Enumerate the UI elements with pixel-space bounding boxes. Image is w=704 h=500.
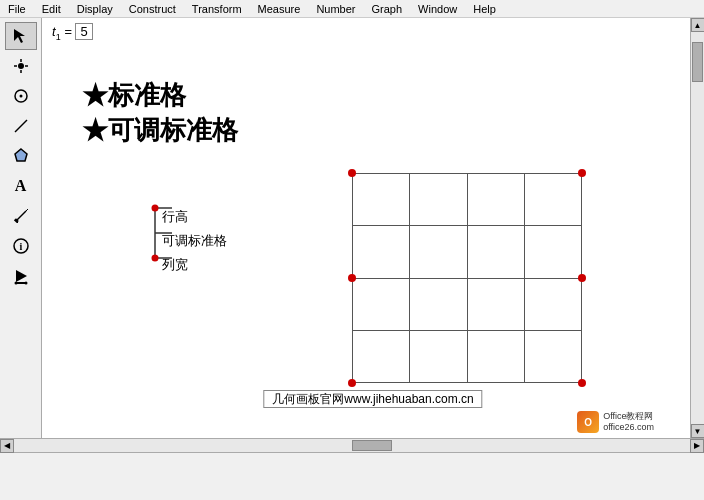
table-cell [410, 330, 467, 382]
scroll-track-vertical [691, 32, 704, 424]
pencil-icon [12, 207, 30, 225]
grid-table [352, 173, 582, 383]
line-tool[interactable] [5, 112, 37, 140]
info-icon: i [12, 237, 30, 255]
scroll-right-button[interactable]: ▶ [690, 439, 704, 453]
line-icon [12, 117, 30, 135]
label-hangao: 行高 [142, 208, 227, 226]
scroll-thumb-vertical[interactable] [692, 42, 703, 82]
scroll-thumb-horizontal[interactable] [352, 440, 392, 451]
table-row [353, 174, 582, 226]
expression-value: 5 [75, 23, 92, 40]
menu-file[interactable]: File [0, 2, 34, 16]
star-label-2: ★可调标准格 [82, 113, 238, 148]
menu-number[interactable]: Number [308, 2, 363, 16]
bottom-website-label: 几何画板官网www.jihehuaban.com.cn [263, 390, 482, 408]
table-row [353, 278, 582, 330]
point-tool[interactable] [5, 52, 37, 80]
svg-line-8 [15, 120, 27, 132]
liekuan-text: 列宽 [162, 256, 188, 274]
menu-transform[interactable]: Transform [184, 2, 250, 16]
grid-dot-mr [578, 274, 586, 282]
right-scrollbar[interactable]: ▲ ▼ [690, 18, 704, 438]
bottom-scrollbar[interactable]: ◀ ▶ [0, 438, 704, 452]
canvas-area[interactable]: t1 = 5 ★标准格 ★可调标准格 行高 可调标准格 [42, 18, 704, 438]
grid-dot-ml [348, 274, 356, 282]
label-ketiao: 可调标准格 [142, 232, 227, 250]
svg-point-7 [19, 95, 22, 98]
expression-var: t1 [52, 24, 61, 39]
office-text: Office教程网 office26.com [603, 411, 654, 434]
table-cell [353, 278, 410, 330]
table-cell [410, 174, 467, 226]
table-cell [353, 174, 410, 226]
table-cell [353, 226, 410, 278]
table-cell [467, 330, 524, 382]
info-tool[interactable]: i [5, 232, 37, 260]
toolbar: A i [0, 18, 42, 438]
table-cell [467, 278, 524, 330]
label-group: 行高 可调标准格 列宽 [142, 208, 227, 280]
menu-graph[interactable]: Graph [364, 2, 411, 16]
menu-construct[interactable]: Construct [121, 2, 184, 16]
grid-dot-tr [578, 169, 586, 177]
grid-dot-br [578, 379, 586, 387]
menu-help[interactable]: Help [465, 2, 504, 16]
office-label: Office教程网 [603, 411, 654, 423]
svg-text:i: i [19, 241, 22, 252]
office-logo-icon: O [577, 411, 599, 433]
table-row [353, 226, 582, 278]
polygon-tool[interactable] [5, 142, 37, 170]
select-tool[interactable] [5, 22, 37, 50]
animate-icon [12, 267, 30, 285]
table-cell [353, 330, 410, 382]
svg-point-18 [14, 282, 17, 285]
table-cell [524, 278, 581, 330]
scroll-track-horizontal [14, 439, 690, 452]
menu-edit[interactable]: Edit [34, 2, 69, 16]
star-label-1: ★标准格 [82, 78, 186, 113]
svg-line-10 [16, 211, 26, 221]
table-cell [524, 174, 581, 226]
compass-tool[interactable] [5, 82, 37, 110]
scroll-down-button[interactable]: ▼ [691, 424, 705, 438]
office-site: office26.com [603, 422, 654, 434]
grid-dot-tl [348, 169, 356, 177]
select-icon [12, 27, 30, 45]
scroll-up-button[interactable]: ▲ [691, 18, 705, 32]
svg-marker-0 [14, 29, 25, 43]
pencil-tool[interactable] [5, 202, 37, 230]
compass-icon [12, 87, 30, 105]
table-cell [467, 174, 524, 226]
table-cell [524, 226, 581, 278]
menu-display[interactable]: Display [69, 2, 121, 16]
scroll-left-button[interactable]: ◀ [0, 439, 14, 453]
bottom-label-container: 几何画板官网www.jihehuaban.com.cn [263, 389, 482, 408]
table-cell [410, 226, 467, 278]
table-row [353, 330, 582, 382]
animate-tool[interactable] [5, 262, 37, 290]
text-icon: A [15, 177, 27, 195]
menu-bar: File Edit Display Construct Transform Me… [0, 0, 704, 18]
table-cell [467, 226, 524, 278]
main-area: A i [0, 18, 704, 438]
hangao-text: 行高 [162, 208, 188, 226]
svg-line-12 [26, 209, 28, 211]
svg-point-19 [24, 282, 27, 285]
menu-measure[interactable]: Measure [250, 2, 309, 16]
status-bar [0, 452, 704, 468]
expression-display: t1 = 5 [52, 24, 93, 42]
svg-point-1 [18, 63, 24, 69]
svg-marker-9 [15, 149, 27, 161]
ketiao-text: 可调标准格 [162, 232, 227, 250]
grid-container [352, 173, 582, 383]
menu-window[interactable]: Window [410, 2, 465, 16]
expression-equals: = [64, 24, 75, 39]
table-cell [410, 278, 467, 330]
text-tool[interactable]: A [5, 172, 37, 200]
table-cell [524, 330, 581, 382]
polygon-icon [12, 147, 30, 165]
point-icon [12, 57, 30, 75]
svg-marker-16 [16, 270, 27, 282]
grid-dot-bl [348, 379, 356, 387]
